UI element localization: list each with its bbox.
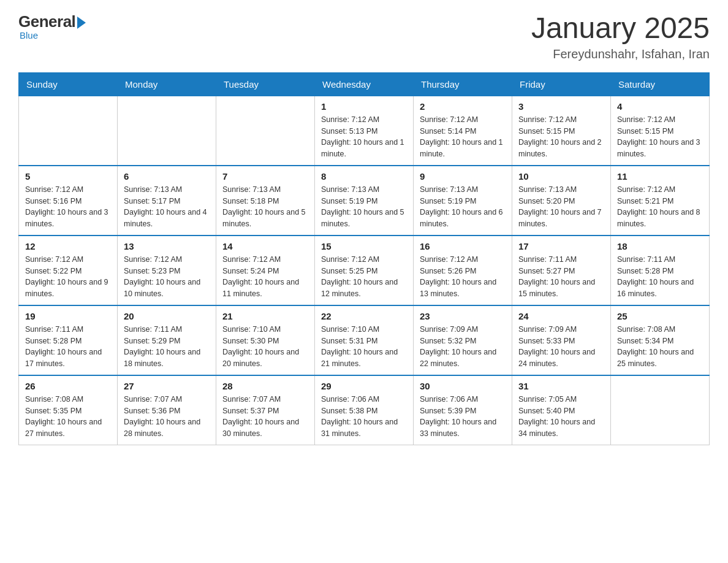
day-number: 28 [222, 381, 308, 391]
day-info: Sunrise: 7:08 AMSunset: 5:34 PMDaylight:… [617, 324, 703, 370]
day-info: Sunrise: 7:12 AMSunset: 5:21 PMDaylight:… [617, 184, 703, 230]
calendar-cell: 27Sunrise: 7:07 AMSunset: 5:36 PMDayligh… [118, 375, 216, 445]
day-number: 6 [124, 171, 210, 182]
logo-arrow-icon [77, 17, 86, 29]
day-info: Sunrise: 7:12 AMSunset: 5:25 PMDaylight:… [321, 254, 407, 300]
calendar-week-5: 26Sunrise: 7:08 AMSunset: 5:35 PMDayligh… [19, 375, 710, 445]
day-number: 26 [25, 381, 111, 391]
day-number: 18 [617, 241, 703, 251]
calendar-week-4: 19Sunrise: 7:11 AMSunset: 5:28 PMDayligh… [19, 305, 710, 375]
calendar-header-thursday: Thursday [414, 72, 512, 96]
calendar-cell: 6Sunrise: 7:13 AMSunset: 5:17 PMDaylight… [118, 166, 216, 236]
day-info: Sunrise: 7:11 AMSunset: 5:28 PMDaylight:… [25, 324, 111, 370]
calendar-cell: 3Sunrise: 7:12 AMSunset: 5:15 PMDaylight… [512, 96, 611, 166]
calendar-cell: 14Sunrise: 7:12 AMSunset: 5:24 PMDayligh… [216, 236, 315, 305]
day-number: 14 [222, 241, 308, 251]
day-info: Sunrise: 7:08 AMSunset: 5:35 PMDaylight:… [25, 394, 111, 440]
day-info: Sunrise: 7:13 AMSunset: 5:19 PMDaylight:… [321, 184, 407, 230]
day-info: Sunrise: 7:12 AMSunset: 5:16 PMDaylight:… [25, 184, 111, 230]
day-info: Sunrise: 7:05 AMSunset: 5:40 PMDaylight:… [518, 394, 604, 440]
day-number: 15 [321, 241, 407, 251]
day-info: Sunrise: 7:09 AMSunset: 5:32 PMDaylight:… [420, 324, 506, 370]
calendar-cell: 8Sunrise: 7:13 AMSunset: 5:19 PMDaylight… [315, 166, 414, 236]
calendar-cell: 19Sunrise: 7:11 AMSunset: 5:28 PMDayligh… [19, 305, 118, 375]
calendar-cell: 18Sunrise: 7:11 AMSunset: 5:28 PMDayligh… [611, 236, 710, 305]
calendar-week-2: 5Sunrise: 7:12 AMSunset: 5:16 PMDaylight… [19, 166, 710, 236]
day-number: 30 [420, 381, 506, 391]
day-number: 19 [25, 311, 111, 321]
day-info: Sunrise: 7:12 AMSunset: 5:13 PMDaylight:… [321, 114, 407, 160]
day-number: 23 [420, 311, 506, 321]
calendar-cell: 11Sunrise: 7:12 AMSunset: 5:21 PMDayligh… [611, 166, 710, 236]
day-info: Sunrise: 7:06 AMSunset: 5:38 PMDaylight:… [321, 394, 407, 440]
day-info: Sunrise: 7:10 AMSunset: 5:30 PMDaylight:… [222, 324, 308, 370]
logo: General Blue [18, 12, 86, 40]
day-number: 21 [222, 311, 308, 321]
day-info: Sunrise: 7:11 AMSunset: 5:29 PMDaylight:… [124, 324, 210, 370]
calendar-cell: 15Sunrise: 7:12 AMSunset: 5:25 PMDayligh… [315, 236, 414, 305]
day-info: Sunrise: 7:12 AMSunset: 5:22 PMDaylight:… [25, 254, 111, 300]
calendar-cell [118, 96, 216, 166]
day-number: 4 [617, 101, 703, 112]
day-number: 3 [518, 101, 604, 112]
calendar-header-row: SundayMondayTuesdayWednesdayThursdayFrid… [19, 72, 710, 96]
calendar-cell [216, 96, 315, 166]
day-number: 17 [518, 241, 604, 251]
calendar-table: SundayMondayTuesdayWednesdayThursdayFrid… [18, 72, 710, 445]
day-info: Sunrise: 7:13 AMSunset: 5:20 PMDaylight:… [518, 184, 604, 230]
calendar-header-sunday: Sunday [19, 72, 118, 96]
day-info: Sunrise: 7:12 AMSunset: 5:14 PMDaylight:… [420, 114, 506, 160]
calendar-cell: 4Sunrise: 7:12 AMSunset: 5:15 PMDaylight… [611, 96, 710, 166]
calendar-cell: 9Sunrise: 7:13 AMSunset: 5:19 PMDaylight… [414, 166, 512, 236]
day-number: 29 [321, 381, 407, 391]
day-info: Sunrise: 7:12 AMSunset: 5:23 PMDaylight:… [124, 254, 210, 300]
calendar-cell: 1Sunrise: 7:12 AMSunset: 5:13 PMDaylight… [315, 96, 414, 166]
day-number: 24 [518, 311, 604, 321]
day-number: 5 [25, 171, 111, 182]
calendar-header-monday: Monday [118, 72, 216, 96]
day-number: 12 [25, 241, 111, 251]
calendar-cell: 30Sunrise: 7:06 AMSunset: 5:39 PMDayligh… [414, 375, 512, 445]
day-info: Sunrise: 7:07 AMSunset: 5:36 PMDaylight:… [124, 394, 210, 440]
day-info: Sunrise: 7:13 AMSunset: 5:18 PMDaylight:… [222, 184, 308, 230]
calendar-cell: 25Sunrise: 7:08 AMSunset: 5:34 PMDayligh… [611, 305, 710, 375]
calendar-cell: 29Sunrise: 7:06 AMSunset: 5:38 PMDayligh… [315, 375, 414, 445]
day-number: 2 [420, 101, 506, 112]
calendar-cell: 24Sunrise: 7:09 AMSunset: 5:33 PMDayligh… [512, 305, 611, 375]
day-info: Sunrise: 7:12 AMSunset: 5:26 PMDaylight:… [420, 254, 506, 300]
calendar-cell: 5Sunrise: 7:12 AMSunset: 5:16 PMDaylight… [19, 166, 118, 236]
day-number: 31 [518, 381, 604, 391]
calendar-cell: 16Sunrise: 7:12 AMSunset: 5:26 PMDayligh… [414, 236, 512, 305]
calendar-week-1: 1Sunrise: 7:12 AMSunset: 5:13 PMDaylight… [19, 96, 710, 166]
calendar-cell: 23Sunrise: 7:09 AMSunset: 5:32 PMDayligh… [414, 305, 512, 375]
day-info: Sunrise: 7:09 AMSunset: 5:33 PMDaylight:… [518, 324, 604, 370]
day-info: Sunrise: 7:12 AMSunset: 5:15 PMDaylight:… [617, 114, 703, 160]
day-number: 20 [124, 311, 210, 321]
calendar-header-wednesday: Wednesday [315, 72, 414, 96]
calendar-cell: 21Sunrise: 7:10 AMSunset: 5:30 PMDayligh… [216, 305, 315, 375]
calendar-cell: 10Sunrise: 7:13 AMSunset: 5:20 PMDayligh… [512, 166, 611, 236]
day-number: 25 [617, 311, 703, 321]
day-number: 8 [321, 171, 407, 182]
calendar-cell: 12Sunrise: 7:12 AMSunset: 5:22 PMDayligh… [19, 236, 118, 305]
calendar-cell: 22Sunrise: 7:10 AMSunset: 5:31 PMDayligh… [315, 305, 414, 375]
calendar-cell: 28Sunrise: 7:07 AMSunset: 5:37 PMDayligh… [216, 375, 315, 445]
day-info: Sunrise: 7:13 AMSunset: 5:19 PMDaylight:… [420, 184, 506, 230]
day-info: Sunrise: 7:12 AMSunset: 5:24 PMDaylight:… [222, 254, 308, 300]
day-number: 11 [617, 171, 703, 182]
calendar-week-3: 12Sunrise: 7:12 AMSunset: 5:22 PMDayligh… [19, 236, 710, 305]
calendar-cell: 2Sunrise: 7:12 AMSunset: 5:14 PMDaylight… [414, 96, 512, 166]
day-number: 13 [124, 241, 210, 251]
calendar-cell [19, 96, 118, 166]
calendar-cell: 20Sunrise: 7:11 AMSunset: 5:29 PMDayligh… [118, 305, 216, 375]
day-info: Sunrise: 7:13 AMSunset: 5:17 PMDaylight:… [124, 184, 210, 230]
calendar-cell: 7Sunrise: 7:13 AMSunset: 5:18 PMDaylight… [216, 166, 315, 236]
day-info: Sunrise: 7:12 AMSunset: 5:15 PMDaylight:… [518, 114, 604, 160]
day-info: Sunrise: 7:06 AMSunset: 5:39 PMDaylight:… [420, 394, 506, 440]
day-number: 10 [518, 171, 604, 182]
day-info: Sunrise: 7:11 AMSunset: 5:28 PMDaylight:… [617, 254, 703, 300]
calendar-cell: 17Sunrise: 7:11 AMSunset: 5:27 PMDayligh… [512, 236, 611, 305]
day-info: Sunrise: 7:11 AMSunset: 5:27 PMDaylight:… [518, 254, 604, 300]
calendar-header-saturday: Saturday [611, 72, 710, 96]
day-number: 22 [321, 311, 407, 321]
